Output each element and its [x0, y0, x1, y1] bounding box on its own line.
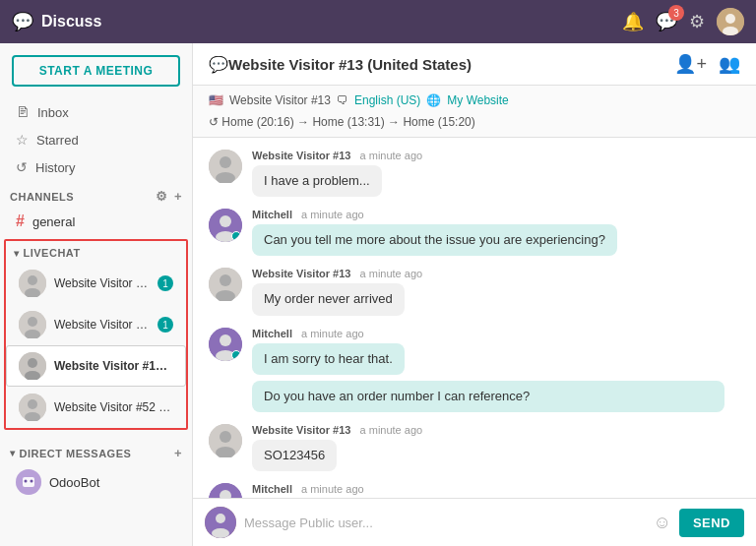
livechat-name-0: Website Visitor #81 (U... — [54, 276, 150, 290]
topbar: 💬 Discuss 🔔 💬 3 ⚙ — [0, 0, 756, 43]
message-row-3: Mitchell a minute ago I am sorry to hear… — [209, 328, 740, 412]
livechat-badge-0: 1 — [158, 275, 173, 291]
visitor-info-bar: 🇺🇸 Website Visitor #13 🗨 English (US) 🌐 … — [193, 86, 756, 138]
channels-actions: ⚙ + — [156, 189, 182, 204]
message-time-4: a minute ago — [360, 424, 423, 436]
livechat-label: LIVECHAT — [24, 247, 81, 259]
visitor-path: ↺ Home (20:16) → Home (13:31) → Home (15… — [209, 113, 740, 129]
livechat-item-3[interactable]: Website Visitor #52 (United St... — [6, 387, 186, 428]
message-bubble-4: SO123456 — [252, 440, 337, 471]
chat-header: 💬 Website Visitor #13 (United States) 👤+… — [193, 43, 756, 86]
message-bubble-1: Can you tell me more about the issue you… — [252, 224, 617, 256]
app-title: Discuss — [41, 13, 101, 30]
message-content-5: Mitchell a minute ago Thank you. Please … — [252, 483, 740, 498]
svg-point-18 — [31, 480, 33, 483]
channels-add-icon[interactable]: + — [174, 189, 182, 204]
message-meta-0: Website Visitor #13 a minute ago — [252, 150, 740, 161]
website-link[interactable]: My Website — [447, 93, 508, 107]
start-meeting-button[interactable]: START A MEETING — [12, 55, 180, 87]
message-input[interactable] — [244, 516, 645, 530]
dm-label: DIRECT MESSAGES — [20, 448, 132, 459]
message-row-2: Website Visitor #13 a minute ago My orde… — [209, 268, 740, 315]
message-sender-0: Website Visitor #13 — [252, 150, 350, 161]
sender-avatar — [205, 507, 236, 538]
message-content-2: Website Visitor #13 a minute ago My orde… — [252, 268, 740, 315]
livechat-name-2: Website Visitor #13 (United St... — [54, 359, 173, 373]
livechat-avatar-1 — [19, 311, 46, 338]
message-bubble-3b: Do you have an order number I can refere… — [252, 381, 724, 412]
svg-point-17 — [25, 480, 28, 483]
settings-icon[interactable]: ⚙ — [689, 11, 705, 32]
svg-point-7 — [28, 317, 37, 327]
livechat-name-3: Website Visitor #52 (United St... — [54, 400, 173, 414]
chat-header-title: Website Visitor #13 (United States) — [228, 56, 472, 73]
sidebar-item-history-label: History — [35, 160, 75, 175]
odoobot-avatar — [16, 469, 41, 495]
language-link[interactable]: English (US) — [354, 93, 420, 107]
group-icon[interactable]: 👥 — [719, 53, 740, 75]
livechat-item-2[interactable]: Website Visitor #13 (United St... — [6, 345, 186, 387]
livechat-section-header: ▾ LIVECHAT — [6, 241, 186, 263]
flag-icon: 🇺🇸 — [209, 93, 223, 107]
livechat-item-1[interactable]: Website Visitor #80 (U... 1 — [6, 304, 186, 345]
visitor-avatar — [209, 150, 242, 183]
user-avatar[interactable] — [717, 8, 744, 35]
message-time-5: a minute ago — [301, 483, 364, 495]
send-button[interactable]: SEND — [679, 509, 744, 537]
dm-add-icon[interactable]: + — [174, 446, 182, 460]
dm-section-header: ▾ DIRECT MESSAGES + — [0, 438, 192, 464]
topbar-actions: 🔔 💬 3 ⚙ — [622, 8, 744, 35]
livechat-section-highlight: ▾ LIVECHAT Website Visitor #81 (U... 1 W… — [4, 239, 188, 430]
svg-point-38 — [216, 514, 225, 523]
livechat-item-0[interactable]: Website Visitor #81 (U... 1 — [6, 263, 186, 304]
svg-point-1 — [725, 14, 735, 24]
message-sender-5: Mitchell — [252, 483, 292, 495]
message-bubble-0: I have a problem... — [252, 165, 382, 197]
message-bubble-3a: I am sorry to hear that. — [252, 343, 405, 375]
dm-item-odoobot[interactable]: OdooBot — [0, 464, 192, 500]
livechat-avatar-0 — [19, 270, 46, 297]
chat-header-actions: 👤+ 👥 — [674, 53, 740, 75]
notification-bell-icon[interactable]: 🔔 — [622, 11, 644, 32]
visitor-avatar-2 — [209, 268, 242, 301]
channel-hash-icon: # — [16, 212, 25, 230]
app-icon: 💬 — [12, 11, 33, 32]
message-meta-2: Website Visitor #13 a minute ago — [252, 268, 740, 279]
channel-general[interactable]: # general — [0, 208, 192, 235]
message-meta-5: Mitchell a minute ago — [252, 483, 740, 495]
add-user-icon[interactable]: 👤+ — [674, 53, 707, 75]
emoji-button[interactable]: ☺ — [653, 513, 670, 533]
message-meta-3: Mitchell a minute ago — [252, 328, 740, 339]
livechat-list: Website Visitor #81 (U... 1 Website Visi… — [6, 263, 186, 428]
svg-point-10 — [28, 358, 37, 368]
sidebar-item-history[interactable]: ↺ History — [0, 153, 192, 181]
message-content-0: Website Visitor #13 a minute ago I have … — [252, 150, 740, 197]
dm-odoobot-label: OdooBot — [49, 475, 99, 490]
svg-point-23 — [220, 215, 231, 227]
chat-bubble-icon[interactable]: 💬 3 — [656, 11, 677, 32]
svg-point-13 — [28, 399, 37, 409]
message-sender-4: Website Visitor #13 — [252, 424, 350, 436]
message-time-3: a minute ago — [301, 328, 364, 339]
message-content-1: Mitchell a minute ago Can you tell me mo… — [252, 209, 740, 256]
messages-list: Website Visitor #13 a minute ago I have … — [193, 138, 756, 498]
sidebar-item-inbox[interactable]: 🖹 Inbox — [0, 98, 192, 126]
channel-general-label: general — [32, 214, 75, 229]
dm-expand-icon: ▾ — [10, 448, 16, 458]
notification-badge: 3 — [668, 5, 684, 21]
message-sender-2: Website Visitor #13 — [252, 268, 350, 279]
svg-point-4 — [28, 275, 37, 285]
message-row-4: Website Visitor #13 a minute ago SO12345… — [209, 424, 740, 471]
message-bubble-2: My order never arrived — [252, 283, 405, 315]
svg-point-29 — [220, 334, 231, 346]
dm-actions: + — [174, 446, 182, 460]
message-time-2: a minute ago — [360, 268, 423, 279]
livechat-name-1: Website Visitor #80 (U... — [54, 318, 150, 332]
message-sender-1: Mitchell — [252, 209, 292, 220]
sidebar-item-starred[interactable]: ☆ Starred — [0, 126, 192, 153]
livechat-avatar-3 — [19, 394, 46, 421]
message-content-3: Mitchell a minute ago I am sorry to hear… — [252, 328, 740, 412]
chat-input-row: ☺ SEND — [193, 498, 756, 546]
visitor-avatar-4 — [209, 424, 242, 457]
channels-settings-icon[interactable]: ⚙ — [156, 189, 168, 204]
